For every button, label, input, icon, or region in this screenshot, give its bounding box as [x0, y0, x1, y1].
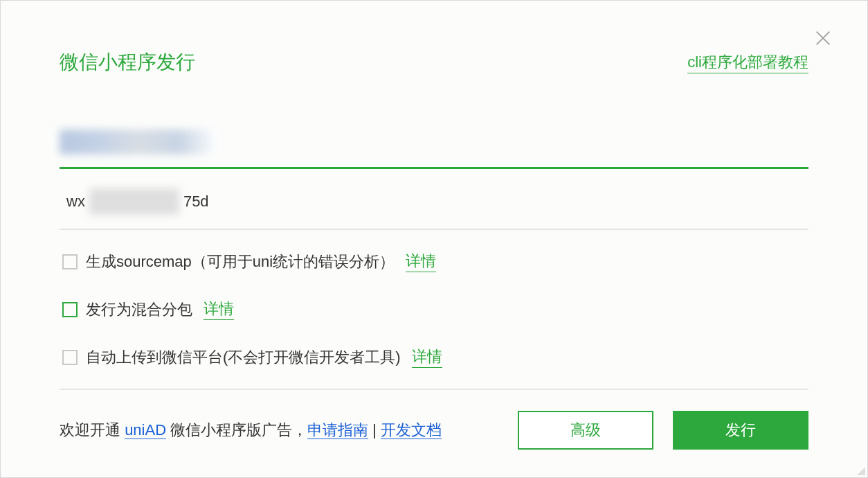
auto-upload-checkbox-row: 自动上传到微信平台(不会打开微信开发者工具) 详情 [60, 346, 808, 368]
appid-redacted [89, 188, 179, 215]
auto-upload-detail-link[interactable]: 详情 [412, 346, 442, 368]
dialog-header: 微信小程序发行 cli程序化部署教程 [60, 49, 808, 76]
sourcemap-checkbox-row: 生成sourcemap（可用于uni统计的错误分析） 详情 [60, 251, 808, 272]
uniad-link[interactable]: uniAD [125, 421, 166, 439]
apply-guide-link[interactable]: 申请指南 [307, 421, 368, 439]
appid-prefix: wx [66, 193, 88, 211]
close-icon[interactable] [813, 28, 833, 48]
sourcemap-detail-link[interactable]: 详情 [406, 251, 436, 272]
resize-handle-icon[interactable] [856, 466, 865, 475]
app-name-redacted [60, 130, 219, 154]
publish-button[interactable]: 发行 [673, 411, 808, 450]
app-name-input-row[interactable] [60, 117, 808, 169]
publish-dialog: 微信小程序发行 cli程序化部署教程 wx 75d 生成sourcemap（可用… [1, 1, 867, 477]
advanced-button[interactable]: 高级 [518, 411, 653, 450]
hybrid-label: 发行为混合分包 [86, 299, 192, 320]
dialog-footer: 欢迎开通 uniAD 微信小程序版广告，申请指南 | 开发文档 高级 发行 [60, 389, 808, 450]
hybrid-checkbox-row: 发行为混合分包 详情 [60, 299, 808, 320]
auto-upload-label: 自动上传到微信平台(不会打开微信开发者工具) [86, 347, 401, 368]
separator: | [368, 421, 381, 439]
auto-upload-checkbox[interactable] [62, 350, 78, 365]
footer-buttons: 高级 发行 [518, 411, 808, 450]
sourcemap-checkbox[interactable] [62, 254, 78, 269]
dialog-title: 微信小程序发行 [60, 49, 195, 76]
tutorial-link[interactable]: cli程序化部署教程 [687, 52, 808, 73]
dev-docs-link[interactable]: 开发文档 [381, 421, 442, 439]
appid-input-row[interactable]: wx 75d [60, 175, 808, 230]
appid-suffix: 75d [181, 193, 209, 211]
footer-text: 欢迎开通 uniAD 微信小程序版广告，申请指南 | 开发文档 [60, 420, 442, 441]
hybrid-detail-link[interactable]: 详情 [204, 299, 234, 320]
hybrid-checkbox[interactable] [62, 302, 78, 317]
sourcemap-label: 生成sourcemap（可用于uni统计的错误分析） [86, 251, 395, 272]
welcome-prefix: 欢迎开通 [60, 421, 125, 439]
welcome-mid: 微信小程序版广告， [166, 421, 307, 439]
